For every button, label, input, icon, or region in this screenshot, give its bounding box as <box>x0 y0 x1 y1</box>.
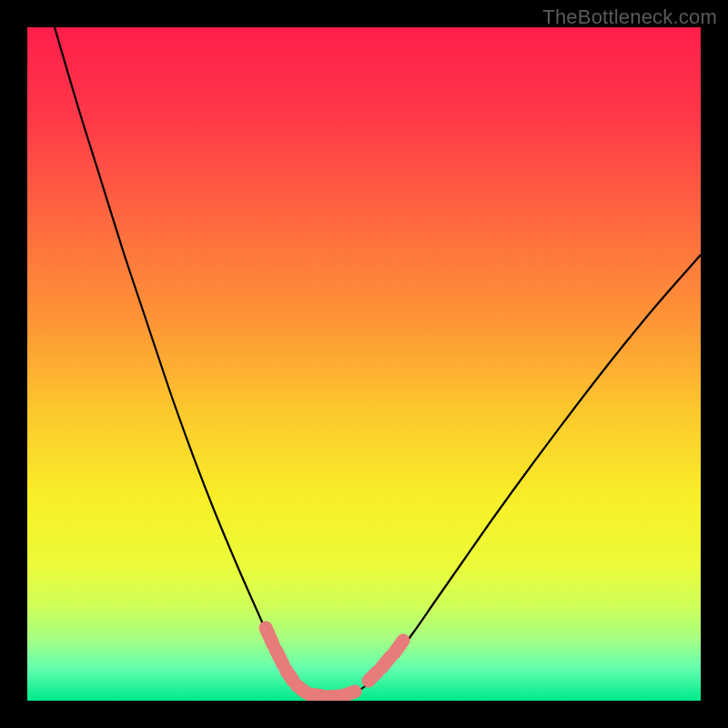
chart-frame: TheBottleneck.com <box>0 0 728 728</box>
watermark-text: TheBottleneck.com <box>542 5 717 29</box>
bottleneck-curve <box>55 27 701 697</box>
highlight-segment <box>369 672 378 681</box>
highlight-segment <box>276 650 283 664</box>
highlight-markers <box>266 628 403 697</box>
highlight-segment <box>381 657 390 668</box>
chart-lines <box>27 27 701 701</box>
highlight-segment <box>394 641 403 653</box>
highlight-segment <box>344 692 355 695</box>
highlight-segment <box>286 670 293 681</box>
highlight-segment <box>266 628 273 644</box>
plot-area <box>27 27 701 701</box>
